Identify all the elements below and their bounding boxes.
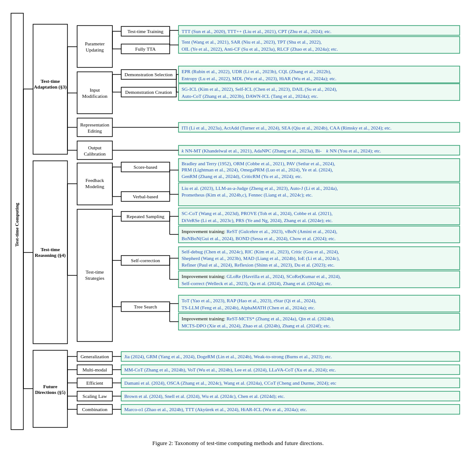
svg-text:Demonstration Creation: Demonstration Creation — [125, 89, 172, 95]
svg-text:EPR (Rubin et al., 2022), UDR : EPR (Rubin et al., 2022), UDR (Li et al.… — [182, 69, 331, 74]
svg-text:DiVeRSe (Li et al., 2023c), PR: DiVeRSe (Li et al., 2023c), PRS (Ye and … — [182, 218, 333, 223]
svg-text:NN-MT (Khandelwal et al., 2021: NN-MT (Khandelwal et al., 2021), AdaNPC … — [185, 148, 322, 154]
svg-text:Scaling Law: Scaling Law — [82, 393, 107, 399]
svg-text:Fully TTA: Fully TTA — [135, 46, 156, 52]
svg-text:Adaptation (§3): Adaptation (§3) — [34, 84, 67, 90]
svg-text:Damani et al. (2024), OSCA (Zh: Damani et al. (2024), OSCA (Zhang et al.… — [124, 380, 336, 386]
svg-text:MM-CoT (Zhang et al., 2024h), : MM-CoT (Zhang et al., 2024h), VoT (Wu et… — [124, 367, 336, 373]
svg-text:Representation: Representation — [80, 122, 109, 127]
svg-text:TTT (Sun et al., 2020), TTT++ : TTT (Sun et al., 2020), TTT++ (Liu et al… — [182, 29, 331, 34]
svg-text:SC-CoT (Wang et al., 2023d), P: SC-CoT (Wang et al., 2023d), PROVE (Toh … — [182, 211, 333, 216]
svg-text:Input: Input — [89, 87, 100, 93]
svg-text:Self-correction: Self-correction — [131, 258, 160, 263]
svg-text:Improvement training: GLoRe (H: Improvement training: GLoRe (Havrilla et… — [182, 274, 341, 279]
svg-text:GenRM (Zhang et al., 2024d), C: GenRM (Zhang et al., 2024d), CriticRM (Y… — [182, 174, 302, 179]
svg-rect-15 — [77, 26, 112, 67]
diagram: text { font-family: "Times New Roman", T… — [9, 9, 467, 436]
svg-text:Efficient: Efficient — [86, 380, 103, 386]
svg-text:OIL (Ye et al., 2022), Anti-CF: OIL (Ye et al., 2022), Anti-CF (Su et al… — [182, 46, 338, 52]
svg-text:BoNBoN(Gui et al., 2024), BOND: BoNBoN(Gui et al., 2024), BOND (Sessa et… — [182, 236, 335, 241]
svg-text:Output: Output — [88, 145, 102, 150]
svg-text:Generalization: Generalization — [81, 354, 109, 359]
svg-text:Multi-modal: Multi-modal — [82, 367, 107, 372]
svg-text:Combination: Combination — [82, 407, 108, 412]
svg-text:Improvement training: ReST (Gu: Improvement training: ReST (Gulcehre et … — [182, 229, 337, 234]
svg-text:PRM (Lightman et al., 2024), O: PRM (Lightman et al., 2024), OmegaPRM (L… — [182, 167, 333, 173]
svg-text:Editing: Editing — [88, 128, 102, 134]
svg-text:Refiner (Paul et al., 2024), R: Refiner (Paul et al., 2024), Reflexion (… — [182, 262, 335, 268]
svg-text:Entropy (Lu et al., 2022), MDL: Entropy (Lu et al., 2022), MDL (Wu et al… — [182, 76, 336, 82]
svg-text:Test-time: Test-time — [86, 269, 104, 275]
svg-text:Future: Future — [43, 384, 57, 389]
svg-text:Marco-o1 (Zhao et al., 2024b),: Marco-o1 (Zhao et al., 2024b), TTT (Akyü… — [124, 407, 307, 412]
svg-text:Jia (2024), GRM (Yang et al., : Jia (2024), GRM (Yang et al., 2024), Dog… — [124, 354, 332, 360]
svg-text:Bradley and Terry (1952), ORM : Bradley and Terry (1952), ORM (Cobbe et … — [182, 161, 335, 167]
svg-text:Test-time Computing: Test-time Computing — [14, 203, 19, 247]
svg-text:SG-ICL (Kim et al., 2022), Sel: SG-ICL (Kim et al., 2022), Self-ICL (Che… — [182, 86, 337, 92]
svg-text:Feedback: Feedback — [86, 178, 104, 183]
svg-text:Repeated Sampling: Repeated Sampling — [126, 214, 164, 219]
svg-text:Tree Search: Tree Search — [134, 304, 157, 309]
svg-text:Updating: Updating — [86, 47, 104, 52]
svg-text:MCTS-DPO (Xie et al., 2024), Z: MCTS-DPO (Xie et al., 2024), Zhao et al.… — [182, 323, 331, 329]
svg-text:Modeling: Modeling — [86, 184, 104, 189]
svg-text:Auto-CoT (Zhang et al., 2023b): Auto-CoT (Zhang et al., 2023b), DAWN-ICL… — [182, 93, 318, 99]
svg-text:Brown et al. (2024), Snell et : Brown et al. (2024), Snell et al. (2024)… — [124, 393, 285, 399]
svg-text:Directions (§5): Directions (§5) — [35, 390, 65, 395]
svg-text:ITI (Li et al., 2023a), ActAdd: ITI (Li et al., 2023a), ActAdd (Turner e… — [182, 125, 391, 131]
svg-rect-24 — [77, 141, 112, 160]
svg-text:Prometheus (Kim et al., 2024b,: Prometheus (Kim et al., 2024b,c), Fennec… — [182, 192, 312, 198]
svg-rect-21 — [77, 118, 112, 137]
figure-container: text { font-family: "Times New Roman", T… — [9, 9, 467, 447]
svg-text:Improvement training: ReST-MCT: Improvement training: ReST-MCTS* (Zhang … — [182, 316, 335, 322]
svg-text:ToT (Yao et al., 2023), RAP (H: ToT (Yao et al., 2023), RAP (Hao et al.,… — [182, 298, 316, 304]
svg-text:Self-correct (Welleck et al., : Self-correct (Welleck et al., 2023), Qu … — [182, 281, 332, 286]
svg-text:Reasoning (§4): Reasoning (§4) — [35, 252, 66, 258]
svg-text:Score-based: Score-based — [134, 164, 157, 170]
svg-text:Strategies: Strategies — [85, 275, 104, 281]
svg-text:Parameter: Parameter — [85, 41, 105, 46]
svg-text:NN (You et al., 2024); etc.: NN (You et al., 2024); etc. — [330, 148, 381, 154]
svg-text:Modification: Modification — [82, 93, 108, 99]
svg-text:Test-time Training: Test-time Training — [127, 29, 164, 34]
svg-text:Liu et al. (2023), LLM-as-a-Ju: Liu et al. (2023), LLM-as-a-Judge (Zheng… — [182, 186, 338, 191]
figure-caption: Figure 2: Taxonomy of test-time computin… — [9, 440, 467, 447]
svg-rect-18 — [77, 72, 112, 114]
svg-text:Self-debug (Chen et al., 2024c: Self-debug (Chen et al., 2024c), RIC (Ki… — [182, 249, 339, 255]
svg-text:Test-time: Test-time — [41, 78, 60, 84]
svg-text:Test-time: Test-time — [41, 247, 60, 252]
svg-text:Tent (Wang et al., 2021), SAR : Tent (Wang et al., 2021), SAR (Niu et al… — [182, 39, 322, 45]
svg-text:Shepherd (Wang et al., 2023b),: Shepherd (Wang et al., 2023b), MAD (Lian… — [182, 256, 340, 261]
svg-text:Calibration: Calibration — [84, 151, 106, 156]
svg-text:TS-LLM (Feng et al., 2024b), A: TS-LLM (Feng et al., 2024b), AlphaMATH (… — [182, 305, 315, 311]
svg-text:Demonstration Selection: Demonstration Selection — [124, 72, 173, 77]
svg-text:Verbal-based: Verbal-based — [133, 194, 158, 199]
